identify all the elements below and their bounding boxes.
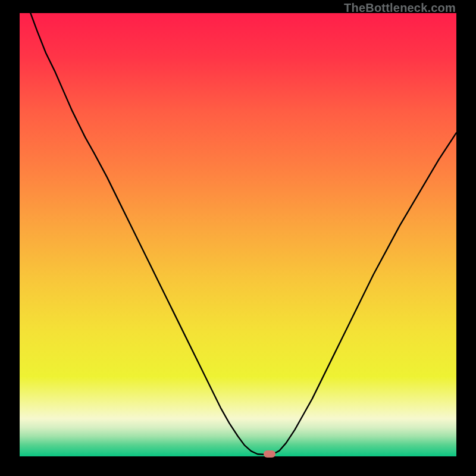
gradient-background: [20, 13, 456, 456]
chart-svg: [20, 13, 456, 456]
chart-stage: TheBottleneck.com: [0, 0, 476, 476]
chart-plot-area: [20, 13, 456, 456]
